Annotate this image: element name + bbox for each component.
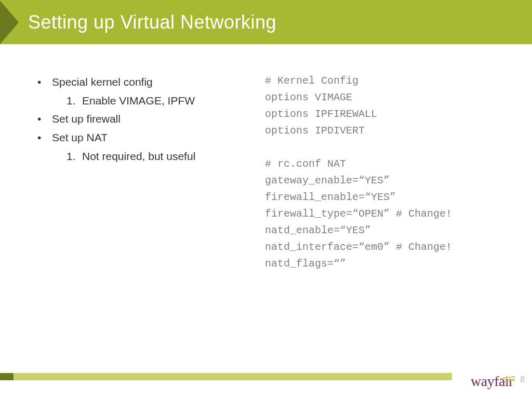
bullet-list: Special kernel config 1. Enable VIMAGE, … (36, 73, 265, 165)
code-line: options VIMAGE (265, 91, 352, 103)
sub-item-text: Enable VIMAGE, IPFW (82, 95, 195, 107)
sub-item-number: 1. (66, 147, 76, 166)
page-number: 8 (520, 375, 525, 384)
bullet-item: Special kernel config 1. Enable VIMAGE, … (36, 73, 265, 110)
sub-item-number: 1. (66, 91, 76, 110)
sub-item: 1. Enable VIMAGE, IPFW (66, 91, 265, 110)
code-line: # Kernel Config (265, 75, 358, 87)
wayfair-logo: wayfair (471, 373, 513, 390)
code-line: natd_interface=“em0” # Change! (265, 241, 452, 253)
bullet-item: Set up NAT 1. Not required, but useful (36, 128, 265, 165)
bullet-item: Set up firewall (36, 110, 265, 128)
slide-title: Setting up Virtual Networking (28, 11, 276, 33)
code-block: # Kernel Config options VIMAGE options I… (265, 73, 511, 272)
code-line: firewall_enable=“YES” (265, 191, 396, 203)
code-line: firewall_type=“OPEN” # Change! (265, 208, 452, 220)
code-line: options IPDIVERT (265, 125, 365, 137)
arrow-icon (0, 1, 19, 44)
footer-accent-dark (0, 373, 14, 380)
sub-item: 1. Not required, but useful (66, 147, 265, 166)
code-line: natd_flags=“” (265, 258, 346, 270)
bullet-text: Set up firewall (52, 113, 121, 125)
sub-list: 1. Not required, but useful (66, 147, 265, 166)
code-line: options IPFIREWALL (265, 108, 377, 120)
code-line: natd_enable=“YES” (265, 224, 371, 236)
sub-item-text: Not required, but useful (82, 150, 195, 162)
left-column: Special kernel config 1. Enable VIMAGE, … (36, 73, 265, 272)
bullet-text: Set up NAT (52, 131, 108, 143)
title-bar: Setting up Virtual Networking (0, 0, 532, 44)
content-area: Special kernel config 1. Enable VIMAGE, … (0, 44, 532, 272)
sub-list: 1. Enable VIMAGE, IPFW (66, 91, 265, 110)
footer-accent-bar (0, 373, 452, 380)
slide: Setting up Virtual Networking Special ke… (0, 0, 532, 399)
bullet-text: Special kernel config (52, 76, 153, 88)
code-line: gateway_enable=“YES” (265, 175, 390, 187)
code-line: # rc.conf NAT (265, 158, 346, 170)
